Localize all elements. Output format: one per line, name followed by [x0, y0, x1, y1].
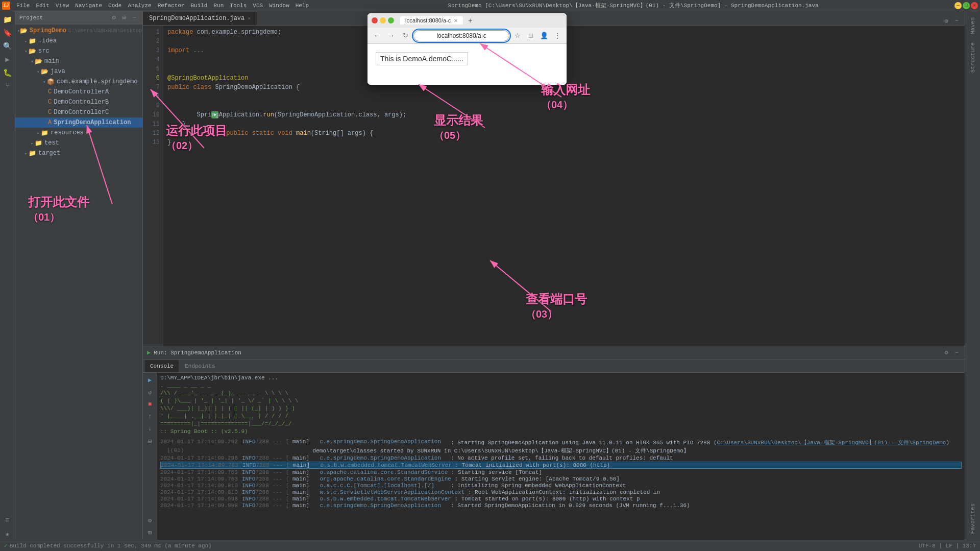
run-settings-icon[interactable]: ⚙	[942, 349, 950, 357]
status-bar: ✓ Build completed successfully in 1 sec,…	[0, 540, 980, 551]
code-line-11: }	[167, 119, 961, 129]
sidebar-icon-git[interactable]: ⑂	[2, 80, 14, 92]
line-num-12: 12	[143, 129, 160, 138]
browser-bookmark-icon[interactable]: ☆	[511, 30, 524, 42]
console-fold-icon[interactable]: ⊟	[145, 436, 155, 446]
browser-menu-icon[interactable]: ⋮	[551, 30, 564, 42]
tree-item-springdemo[interactable]: ▾ 📂 SpringDemo C:\Users\SUNxRUN\Desktop\	[15, 26, 142, 36]
line-num-5: 5	[143, 64, 160, 74]
tree-item-democontrollerb[interactable]: C DemoControllerB	[15, 97, 142, 107]
run-title: Run: SpringDemoApplication	[154, 350, 241, 356]
maximize-button[interactable]: □	[963, 2, 970, 9]
menu-bar: IJ File Edit View Navigate Code Analyze …	[0, 0, 980, 11]
browser-tab-close-icon[interactable]: ✕	[454, 18, 458, 23]
console-run-icon[interactable]: ▶	[145, 375, 155, 385]
console-rerun-icon[interactable]: ↺	[145, 387, 155, 397]
panel-actions: ⚙ ⊟ −	[110, 14, 138, 22]
sidebar-icon-search[interactable]: 🔍	[2, 40, 14, 52]
sidebar-icon-bookmark[interactable]: 🔖	[2, 27, 14, 39]
tree-item-springdemoapplication[interactable]: A SpringDemoApplication	[15, 117, 142, 128]
sidebar-icon-structure[interactable]: ≡	[2, 514, 14, 526]
console-stop-icon[interactable]: ■	[145, 399, 155, 410]
console-layout-icon[interactable]: ⊞	[145, 528, 155, 538]
tab-close-icon[interactable]: ✕	[248, 15, 251, 21]
favorites-panel-label[interactable]: Favorites	[970, 499, 976, 538]
panel-layout-icon[interactable]: ⊟	[120, 14, 128, 22]
menu-help[interactable]: Help	[292, 0, 312, 11]
line-num-7: 7	[143, 83, 160, 92]
line-num-11: 11	[143, 119, 160, 129]
tree-item-main[interactable]: ▾ 📂 main	[15, 56, 142, 66]
menu-window[interactable]: Window	[266, 0, 292, 11]
code-line-13: }	[167, 138, 961, 147]
sidebar-icon-run[interactable]: ▶	[2, 53, 14, 65]
sidebar-icon-project[interactable]: 📁	[2, 13, 14, 26]
tree-item-target[interactable]: ▸ 📁 target	[15, 148, 142, 158]
console-cmd-line: D:\MY_APP\IDEA\jbr\bin\java.exe ...	[160, 375, 962, 381]
tab-console[interactable]: Console	[145, 360, 179, 372]
menu-run[interactable]: Run	[210, 0, 227, 11]
editor-tab-springdemoapplication[interactable]: SpringDemoApplication.java ✕	[143, 12, 257, 25]
browser-forward-button[interactable]: →	[385, 30, 397, 42]
menu-refactor[interactable]: Refactor	[155, 0, 188, 11]
sidebar-icon-debug[interactable]: 🐛	[2, 66, 14, 79]
tree-item-src[interactable]: ▾ 📂 src	[15, 46, 142, 56]
sidebar-icon-favorites[interactable]: ★	[2, 528, 14, 540]
log-line-9: 2024-01-17 17:14:09.998 INFO 7288 --- [ …	[160, 502, 962, 509]
browser-tab-label: localhost:8080/a-c	[405, 17, 451, 23]
log-line-6: 2024-01-17 17:14:09.810 INFO 7288 --- [ …	[160, 483, 962, 489]
menu-code[interactable]: Code	[105, 0, 125, 11]
run-collapse-icon[interactable]: −	[952, 349, 961, 357]
tab-endpoints[interactable]: Endpoints	[180, 360, 220, 372]
panel-settings-icon[interactable]: ⚙	[110, 14, 118, 22]
app-logo: IJ	[2, 2, 10, 10]
tree-item-democontrollera[interactable]: C DemoControllerA	[15, 87, 142, 97]
menu-build[interactable]: Build	[187, 0, 210, 11]
minimize-button[interactable]: ─	[954, 2, 962, 9]
browser-new-tab-button[interactable]: +	[465, 15, 475, 26]
main-layout: 📁 🔖 🔍 ▶ 🐛 ⑂ ≡ ★ Project ⚙ ⊟ − ▾ 📂 Spring…	[0, 11, 980, 540]
tree-item-idea[interactable]: ▸ 📁 .idea	[15, 36, 142, 46]
console-up-icon[interactable]: ↑	[145, 412, 155, 422]
panel-collapse-icon[interactable]: −	[130, 14, 138, 22]
tree-item-package[interactable]: ▾ 📦 com.example.springdemo	[15, 77, 142, 87]
log-line-4: 2024-01-17 17:14:09.763 INFO 7288 --- [ …	[160, 469, 962, 475]
console-down-icon[interactable]: ↓	[145, 424, 155, 434]
tree-item-resources[interactable]: ▸ 📁 resources	[15, 128, 142, 138]
browser-back-button[interactable]: ←	[371, 30, 383, 42]
browser-extension-icon[interactable]: □	[525, 30, 537, 42]
menu-analyze[interactable]: Analyze	[125, 0, 154, 11]
browser-user-icon[interactable]: 👤	[538, 30, 550, 42]
browser-close-btn[interactable]	[372, 17, 378, 23]
tab-console-label: Console	[150, 363, 174, 369]
console-content[interactable]: D:\MY_APP\IDEA\jbr\bin\java.exe ... . __…	[157, 373, 965, 540]
log-line-5: 2024-01-17 17:14:09.763 INFO 7288 --- [ …	[160, 476, 962, 482]
menu-file[interactable]: File	[13, 0, 33, 11]
maven-panel-label[interactable]: Maven	[970, 13, 976, 38]
browser-tab-active[interactable]: localhost:8080/a-c ✕	[400, 16, 463, 25]
tab-endpoints-label: Endpoints	[185, 363, 215, 369]
console-settings-icon[interactable]: ⚙	[145, 515, 155, 525]
menu-view[interactable]: View	[53, 0, 72, 11]
close-button[interactable]: ✕	[971, 2, 978, 9]
browser-url-bar[interactable]: localhost:8080/a-c	[413, 30, 509, 41]
project-tree: ▾ 📂 SpringDemo C:\Users\SUNxRUN\Desktop\…	[15, 25, 142, 540]
menu-vcs[interactable]: VCS	[250, 0, 266, 11]
menu-edit[interactable]: Edit	[33, 0, 52, 11]
tree-item-test[interactable]: ▸ 📁 test	[15, 138, 142, 148]
menu-navigate[interactable]: Navigate	[72, 0, 105, 11]
tree-item-java[interactable]: ▾ 📂 java	[15, 66, 142, 77]
menu-tools[interactable]: Tools	[227, 0, 250, 11]
tree-item-democontrollerc[interactable]: C DemoControllerC	[15, 107, 142, 117]
structure-panel-label[interactable]: Structure	[970, 38, 976, 77]
browser-min-btn[interactable]	[380, 17, 386, 23]
browser-refresh-button[interactable]: ↻	[399, 30, 411, 42]
status-success-icon: ✓	[4, 542, 8, 549]
console-tab-bar: Console Endpoints	[143, 360, 965, 373]
editor-collapse-icon[interactable]: −	[952, 17, 961, 25]
browser-max-btn[interactable]	[388, 17, 394, 23]
browser-window: localhost:8080/a-c ✕ + ← → ↻ localhost:8…	[368, 13, 567, 85]
code-line-10: SpringApplication.run(SpringDemoApplicat…	[167, 110, 961, 119]
editor-settings-icon[interactable]: ⚙	[942, 17, 950, 25]
run-header: ▶ Run: SpringDemoApplication ⚙ −	[143, 346, 965, 360]
